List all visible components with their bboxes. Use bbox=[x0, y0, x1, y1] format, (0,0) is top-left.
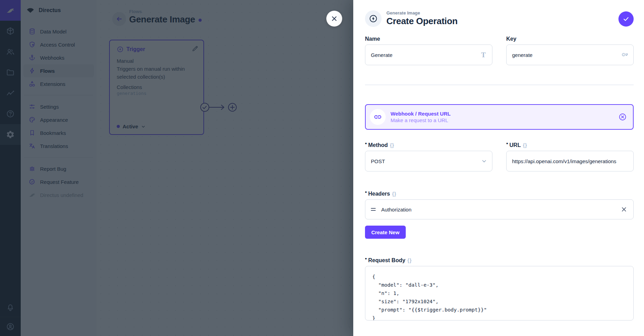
request-body-editor[interactable]: { "model": "dall-e-3", "n": 1, "size": "… bbox=[365, 266, 634, 320]
key-field-group: Key bbox=[506, 36, 634, 65]
operation-type-title: Webhook / Request URL bbox=[391, 111, 614, 117]
raw-value-icon[interactable]: {} bbox=[407, 258, 412, 263]
headers-label: •Headers{} bbox=[365, 191, 634, 197]
request-body-label: •Request Body{} bbox=[365, 257, 634, 264]
create-operation-drawer: Generate Image Create Operation Name T K… bbox=[353, 0, 644, 336]
required-dot: • bbox=[365, 190, 367, 194]
operation-type-subtitle: Make a request to a URL bbox=[391, 117, 614, 123]
close-icon bbox=[330, 15, 338, 22]
key-icon bbox=[621, 51, 628, 59]
modal-overlay[interactable] bbox=[0, 0, 353, 336]
url-label: •URL{} bbox=[506, 142, 634, 148]
app: Directus Data Model Access Control Webho… bbox=[0, 0, 644, 336]
drawer-close-button[interactable] bbox=[326, 11, 342, 27]
operation-icon-button[interactable] bbox=[365, 10, 382, 27]
bolt-circle-icon bbox=[369, 14, 378, 23]
name-label: Name bbox=[365, 36, 492, 42]
drawer-header: Generate Image Create Operation bbox=[353, 0, 644, 33]
name-input-wrap: T bbox=[365, 45, 492, 65]
save-button[interactable] bbox=[618, 11, 634, 27]
header-row[interactable]: Authorization bbox=[365, 200, 633, 219]
required-dot: • bbox=[365, 257, 367, 260]
drawer-titles: Generate Image Create Operation bbox=[386, 10, 458, 27]
url-input-wrap bbox=[506, 151, 634, 171]
method-value: POST bbox=[371, 158, 385, 164]
title-icon: T bbox=[480, 51, 487, 59]
raw-value-icon[interactable]: {} bbox=[523, 142, 527, 148]
required-dot: • bbox=[365, 142, 367, 145]
raw-value-icon[interactable]: {} bbox=[392, 191, 396, 197]
headers-list: Authorization bbox=[365, 199, 634, 219]
check-icon bbox=[622, 15, 630, 23]
section-divider bbox=[365, 85, 634, 85]
method-select[interactable]: POST bbox=[365, 151, 492, 171]
remove-header-icon[interactable] bbox=[620, 206, 628, 213]
method-field-group: •Method{} POST bbox=[365, 142, 492, 171]
name-field-group: Name T bbox=[365, 36, 492, 65]
drawer-breadcrumb: Generate Image bbox=[386, 10, 458, 16]
operation-type-card[interactable]: Webhook / Request URL Make a request to … bbox=[365, 104, 634, 130]
request-body-code[interactable]: { "model": "dall-e-3", "n": 1, "size": "… bbox=[372, 273, 626, 320]
url-input[interactable] bbox=[512, 158, 628, 164]
header-name[interactable]: Authorization bbox=[381, 207, 616, 213]
required-dot: • bbox=[506, 142, 508, 145]
link-icon bbox=[370, 109, 386, 125]
operation-type-texts: Webhook / Request URL Make a request to … bbox=[391, 111, 614, 123]
drag-handle-icon[interactable] bbox=[371, 206, 377, 213]
create-new-button[interactable]: Create New bbox=[365, 226, 406, 239]
key-label: Key bbox=[506, 36, 634, 42]
deselect-operation-icon[interactable] bbox=[618, 113, 627, 121]
method-label: •Method{} bbox=[365, 142, 492, 148]
raw-value-icon[interactable]: {} bbox=[390, 142, 394, 148]
drawer-content: Name T Key bbox=[353, 33, 644, 320]
key-input[interactable] bbox=[512, 52, 617, 58]
drawer-title: Create Operation bbox=[386, 16, 458, 27]
url-field-group: •URL{} bbox=[506, 142, 634, 171]
chevron-down-icon bbox=[481, 158, 487, 164]
name-input[interactable] bbox=[371, 52, 476, 58]
key-input-wrap bbox=[506, 45, 634, 65]
